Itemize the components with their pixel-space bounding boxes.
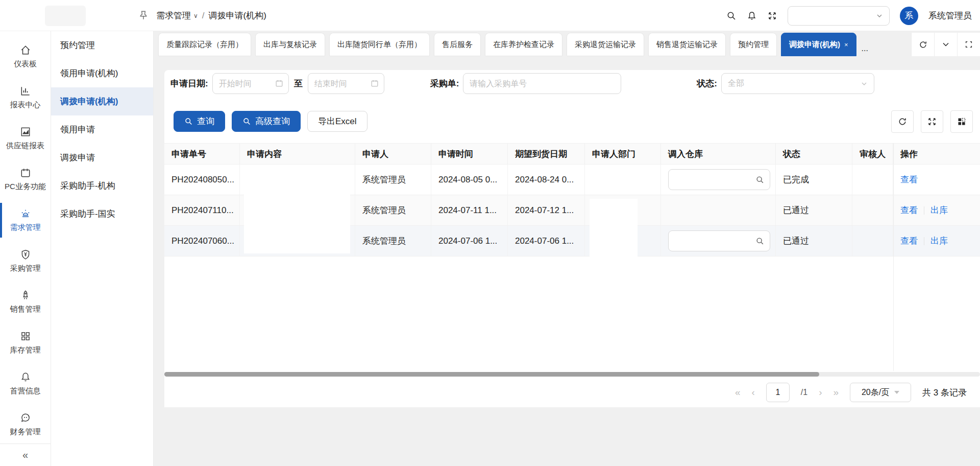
pin-icon[interactable]	[138, 10, 149, 21]
avatar[interactable]: 系	[900, 7, 918, 25]
status-text: 已通过	[776, 195, 852, 225]
date-range-separator: 至	[294, 78, 303, 89]
maximize-button[interactable]	[957, 33, 980, 56]
caret-down-icon	[894, 391, 899, 394]
col-header-operation: 操作	[893, 144, 980, 164]
tab-bar: 质量跟踪记录（弃用） 出库与复核记录 出库随货同行单（弃用） 售后服务 在库养护…	[158, 33, 909, 56]
po-number-input[interactable]	[463, 73, 621, 94]
column-settings-button[interactable]	[950, 110, 973, 133]
export-excel-button[interactable]: 导出Excel	[307, 111, 368, 132]
tab-reservation[interactable]: 预约管理	[730, 33, 777, 56]
search-icon	[755, 237, 765, 246]
search-icon[interactable]	[726, 11, 737, 21]
col-header-content: 申请内容	[240, 144, 355, 164]
rail-item-dashboard[interactable]: 仪表板	[0, 36, 51, 77]
page-size-select[interactable]: 20条/页	[850, 383, 911, 402]
fullscreen-icon[interactable]	[767, 11, 777, 21]
fixed-column-divider	[893, 143, 894, 371]
status-filter-label: 状态:	[697, 78, 717, 89]
expand-icon	[927, 116, 937, 127]
end-date-input[interactable]	[308, 73, 384, 94]
breadcrumb-section[interactable]: 需求管理 ∨	[156, 10, 198, 21]
status-select-value: 全部	[728, 78, 744, 89]
rail-item-inventory-management[interactable]: 库存管理	[0, 322, 51, 363]
tab-sales-return-transport[interactable]: 销售退货运输记录	[648, 33, 726, 56]
submenu-item-purchase-helper-org[interactable]: 采购助手-机构	[51, 172, 153, 200]
grid-icon	[20, 331, 31, 342]
user-name: 系统管理员	[928, 10, 972, 21]
submenu-item-purchase-helper-guoshi[interactable]: 采购助手-国实	[51, 200, 153, 228]
po-filter-label: 采购单:	[430, 78, 459, 89]
refresh-icon	[918, 40, 928, 50]
rail-item-demand-management[interactable]: 需求管理	[0, 200, 51, 241]
start-date-input[interactable]	[212, 73, 289, 94]
tab-storage-maintenance[interactable]: 在库养护检查记录	[485, 33, 562, 56]
search-icon	[184, 117, 193, 126]
current-page-input[interactable]: 1	[766, 383, 790, 402]
tab-outbound-review[interactable]: 出库与复核记录	[255, 33, 325, 56]
refresh-button[interactable]	[891, 110, 914, 133]
col-header-status: 状态	[776, 144, 852, 164]
secondary-sidebar: 预约管理 领用申请(机构) 调拨申请(机构) 领用申请 调拨申请 采购助手-机构…	[51, 31, 154, 466]
breadcrumb-separator: /	[202, 11, 205, 21]
view-link[interactable]: 查看	[900, 204, 918, 216]
tab-transfer-org[interactable]: 调拨申请(机构) ×	[781, 33, 856, 56]
collapse-sidebar-button[interactable]: «	[0, 444, 51, 466]
rail-item-finance-management[interactable]: 财务管理	[0, 404, 51, 445]
scrollbar-thumb[interactable]	[164, 372, 819, 377]
outbound-link[interactable]: 出库	[930, 235, 948, 247]
view-link[interactable]: 查看	[900, 174, 918, 185]
submenu-item-transfer[interactable]: 调拨申请	[51, 144, 153, 172]
rail-item-pc-functions[interactable]: PC业务功能	[0, 159, 51, 200]
status-select[interactable]: 全部	[721, 73, 874, 94]
rail-item-purchase-management[interactable]: 采购管理	[0, 241, 51, 282]
action-divider	[924, 206, 924, 215]
tab-history-button[interactable]	[911, 33, 934, 56]
bell-icon[interactable]	[747, 11, 757, 21]
tab-outbound-accompany[interactable]: 出库随货同行单（弃用）	[329, 33, 430, 56]
close-icon[interactable]: ×	[844, 41, 848, 49]
advanced-query-button[interactable]: 高级查询	[232, 111, 301, 132]
rail-item-first-camp-info[interactable]: 首营信息	[0, 363, 51, 404]
header-select[interactable]	[788, 6, 890, 26]
refresh-icon	[897, 116, 908, 127]
rail-item-supply-chain-report[interactable]: 供应链报表	[0, 118, 51, 159]
tab-after-sales[interactable]: 售后服务	[434, 33, 481, 56]
first-page-button[interactable]: «	[735, 387, 741, 398]
col-header-order-no: 申请单号	[164, 144, 240, 164]
last-page-button[interactable]: »	[834, 387, 839, 398]
col-header-applicant: 申请人	[355, 144, 431, 164]
tab-quality-tracking[interactable]: 质量跟踪记录（弃用）	[158, 33, 251, 56]
outbound-link[interactable]: 出库	[930, 204, 948, 216]
nav-rail: 仪表板 报表中心 供应链报表 PC业务功能 需求管理 采购管理 销售管理 库存管…	[0, 31, 51, 466]
rail-item-sales-management[interactable]: 销售管理	[0, 282, 51, 322]
view-link[interactable]: 查看	[900, 235, 918, 247]
bar-chart-icon	[20, 85, 31, 97]
submenu-item-requisition[interactable]: 领用申请	[51, 115, 153, 144]
col-header-department: 申请人部门	[585, 144, 661, 164]
logo-placeholder	[45, 6, 86, 26]
warehouse-search-input[interactable]	[668, 169, 770, 190]
query-button[interactable]: 查询	[174, 111, 225, 132]
rail-item-report-center[interactable]: 报表中心	[0, 77, 51, 118]
warehouse-search-input[interactable]	[668, 230, 770, 251]
search-icon	[242, 117, 251, 126]
toolbar: 查询 高级查询 导出Excel	[174, 111, 973, 132]
tab-purchase-return-transport[interactable]: 采购退货运输记录	[567, 33, 644, 56]
chat-icon	[20, 412, 31, 424]
submenu-item-requisition-org[interactable]: 领用申请(机构)	[51, 59, 153, 87]
redacted-area	[590, 199, 638, 257]
chevron-down-icon	[942, 40, 950, 49]
next-page-button[interactable]: ›	[819, 387, 822, 398]
expand-table-button[interactable]	[921, 110, 943, 133]
submenu-item-reservation[interactable]: 预约管理	[51, 31, 153, 59]
shield-yuan-icon	[20, 249, 31, 260]
total-records-label: 共 3 条记录	[922, 387, 967, 399]
tab-list-dropdown-button[interactable]	[934, 33, 957, 56]
tab-overflow-button[interactable]: ...	[861, 33, 872, 56]
area-chart-icon	[20, 126, 31, 137]
page-title: 调拨申请(机构)	[209, 10, 266, 21]
submenu-item-transfer-org[interactable]: 调拨申请(机构)	[51, 87, 153, 115]
prev-page-button[interactable]: ‹	[752, 387, 755, 398]
chevron-down-icon	[861, 80, 868, 87]
